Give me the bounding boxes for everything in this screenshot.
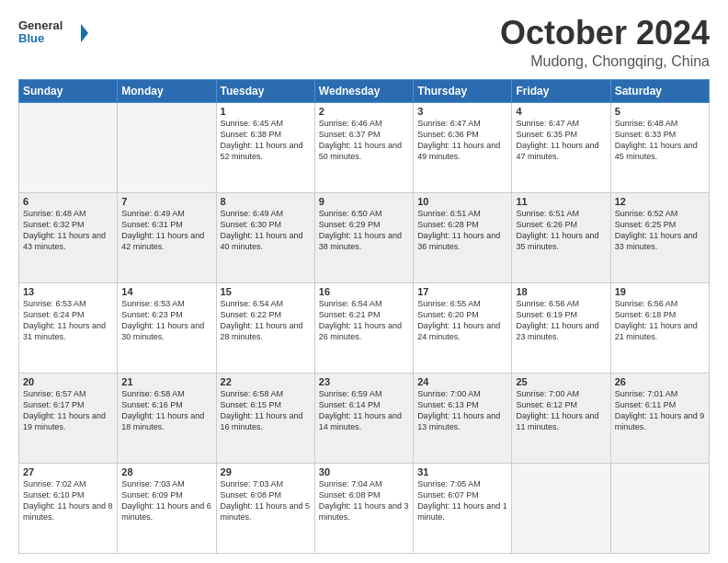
table-row: 20Sunrise: 6:57 AMSunset: 6:17 PMDayligh… [19, 373, 118, 463]
calendar-row: 13Sunrise: 6:53 AMSunset: 6:24 PMDayligh… [19, 282, 710, 373]
sunset: Sunset: 6:20 PM [417, 310, 479, 319]
daylight: Daylight: 11 hours and 16 minutes. [221, 411, 303, 431]
sunrise: Sunrise: 6:57 AM [23, 389, 86, 398]
col-wednesday: Wednesday [314, 79, 413, 102]
daylight: Daylight: 11 hours and 1 minute. [417, 501, 507, 522]
table-row: 7Sunrise: 6:49 AMSunset: 6:31 PMDaylight… [118, 192, 216, 282]
table-row: 28Sunrise: 7:03 AMSunset: 6:09 PMDayligh… [118, 463, 216, 553]
cell-info: Sunrise: 6:54 AMSunset: 6:21 PMDaylight:… [319, 298, 409, 343]
daylight: Daylight: 11 hours and 5 minutes. [221, 501, 311, 522]
table-row: 9Sunrise: 6:50 AMSunset: 6:29 PMDaylight… [314, 192, 413, 282]
sunset: Sunset: 6:14 PM [319, 400, 381, 409]
daylight: Daylight: 11 hours and 13 minutes. [417, 411, 500, 431]
sunset: Sunset: 6:31 PM [121, 220, 183, 229]
sunrise: Sunrise: 7:02 AM [23, 479, 86, 488]
sunset: Sunset: 6:11 PM [615, 400, 677, 409]
table-row: 2Sunrise: 6:46 AMSunset: 6:37 PMDaylight… [314, 102, 413, 192]
daylight: Daylight: 11 hours and 33 minutes. [615, 231, 698, 251]
cell-info: Sunrise: 7:05 AMSunset: 6:07 PMDaylight:… [417, 478, 507, 523]
day-number: 2 [319, 106, 409, 117]
calendar-row: 1Sunrise: 6:45 AMSunset: 6:38 PMDaylight… [19, 102, 710, 192]
cell-info: Sunrise: 6:47 AMSunset: 6:35 PMDaylight:… [516, 118, 606, 163]
cell-info: Sunrise: 6:47 AMSunset: 6:36 PMDaylight:… [417, 118, 507, 163]
table-row: 10Sunrise: 6:51 AMSunset: 6:28 PMDayligh… [414, 192, 512, 282]
daylight: Daylight: 11 hours and 28 minutes. [221, 321, 303, 341]
daylight: Daylight: 11 hours and 52 minutes. [221, 141, 303, 161]
cell-info: Sunrise: 7:00 AMSunset: 6:12 PMDaylight:… [516, 388, 606, 433]
table-row: 6Sunrise: 6:48 AMSunset: 6:32 PMDaylight… [19, 192, 118, 282]
sunset: Sunset: 6:12 PM [516, 400, 577, 409]
col-friday: Friday [512, 79, 610, 102]
daylight: Daylight: 11 hours and 45 minutes. [615, 141, 698, 161]
sunrise: Sunrise: 6:58 AM [121, 389, 185, 398]
day-number: 10 [417, 196, 507, 207]
day-number: 13 [23, 286, 113, 297]
sunrise: Sunrise: 7:03 AM [221, 479, 284, 488]
table-row: 15Sunrise: 6:54 AMSunset: 6:22 PMDayligh… [216, 282, 314, 373]
daylight: Daylight: 11 hours and 23 minutes. [516, 321, 598, 341]
cell-info: Sunrise: 6:49 AMSunset: 6:31 PMDaylight:… [121, 208, 211, 253]
daylight: Daylight: 11 hours and 35 minutes. [516, 231, 598, 251]
sunset: Sunset: 6:37 PM [319, 130, 381, 139]
day-number: 16 [319, 286, 409, 297]
table-row: 29Sunrise: 7:03 AMSunset: 6:08 PMDayligh… [216, 463, 314, 553]
col-thursday: Thursday [414, 79, 512, 102]
day-number: 19 [615, 286, 705, 297]
day-number: 15 [221, 286, 311, 297]
sunset: Sunset: 6:29 PM [319, 220, 381, 229]
sunrise: Sunrise: 6:58 AM [221, 389, 284, 398]
day-number: 26 [615, 376, 705, 387]
table-row: 3Sunrise: 6:47 AMSunset: 6:36 PMDaylight… [414, 102, 512, 192]
sunset: Sunset: 6:32 PM [23, 220, 85, 229]
daylight: Daylight: 11 hours and 36 minutes. [417, 231, 500, 251]
sunrise: Sunrise: 6:54 AM [319, 299, 382, 308]
table-row: 1Sunrise: 6:45 AMSunset: 6:38 PMDaylight… [216, 102, 314, 192]
table-row [118, 102, 216, 192]
daylight: Daylight: 11 hours and 49 minutes. [417, 141, 500, 161]
daylight: Daylight: 11 hours and 38 minutes. [319, 231, 402, 251]
day-number: 14 [121, 286, 211, 297]
cell-info: Sunrise: 6:51 AMSunset: 6:26 PMDaylight:… [516, 208, 606, 253]
daylight: Daylight: 11 hours and 18 minutes. [121, 411, 204, 431]
cell-info: Sunrise: 6:56 AMSunset: 6:19 PMDaylight:… [516, 298, 606, 343]
sunset: Sunset: 6:10 PM [23, 490, 85, 500]
table-row: 5Sunrise: 6:48 AMSunset: 6:33 PMDaylight… [610, 102, 709, 192]
sunset: Sunset: 6:17 PM [23, 400, 85, 409]
sunrise: Sunrise: 6:56 AM [615, 299, 678, 308]
sunset: Sunset: 6:38 PM [221, 130, 282, 139]
month-title: October 2024 [500, 15, 710, 52]
day-number: 20 [23, 376, 113, 387]
sunrise: Sunrise: 6:45 AM [221, 119, 284, 128]
sunrise: Sunrise: 6:53 AM [121, 299, 185, 308]
day-number: 30 [319, 466, 409, 477]
calendar-page: General Blue October 2024 Mudong, Chongq… [0, 0, 728, 563]
daylight: Daylight: 11 hours and 19 minutes. [23, 411, 106, 431]
cell-info: Sunrise: 6:49 AMSunset: 6:30 PMDaylight:… [221, 208, 311, 253]
day-number: 12 [615, 196, 705, 207]
cell-info: Sunrise: 7:04 AMSunset: 6:08 PMDaylight:… [319, 478, 409, 523]
sunrise: Sunrise: 6:55 AM [417, 299, 481, 308]
cell-info: Sunrise: 7:00 AMSunset: 6:13 PMDaylight:… [417, 388, 507, 433]
sunset: Sunset: 6:07 PM [417, 490, 479, 500]
col-saturday: Saturday [610, 79, 709, 102]
cell-info: Sunrise: 6:46 AMSunset: 6:37 PMDaylight:… [319, 118, 409, 163]
table-row: 22Sunrise: 6:58 AMSunset: 6:15 PMDayligh… [216, 373, 314, 463]
table-row: 30Sunrise: 7:04 AMSunset: 6:08 PMDayligh… [314, 463, 413, 553]
table-row: 14Sunrise: 6:53 AMSunset: 6:23 PMDayligh… [118, 282, 216, 373]
sunset: Sunset: 6:25 PM [615, 220, 677, 229]
daylight: Daylight: 11 hours and 3 minutes. [319, 501, 409, 522]
cell-info: Sunrise: 6:48 AMSunset: 6:32 PMDaylight:… [23, 208, 113, 253]
daylight: Daylight: 11 hours and 47 minutes. [516, 141, 598, 161]
table-row: 18Sunrise: 6:56 AMSunset: 6:19 PMDayligh… [512, 282, 610, 373]
daylight: Daylight: 11 hours and 42 minutes. [121, 231, 204, 251]
day-number: 1 [221, 106, 311, 117]
sunset: Sunset: 6:24 PM [23, 310, 85, 319]
table-row [512, 463, 610, 553]
daylight: Daylight: 11 hours and 31 minutes. [23, 321, 106, 341]
sunset: Sunset: 6:15 PM [221, 400, 282, 409]
logo: General Blue [18, 15, 92, 52]
day-number: 4 [516, 106, 606, 117]
sunset: Sunset: 6:26 PM [516, 220, 577, 229]
table-row: 13Sunrise: 6:53 AMSunset: 6:24 PMDayligh… [19, 282, 118, 373]
cell-info: Sunrise: 6:56 AMSunset: 6:18 PMDaylight:… [615, 298, 705, 343]
